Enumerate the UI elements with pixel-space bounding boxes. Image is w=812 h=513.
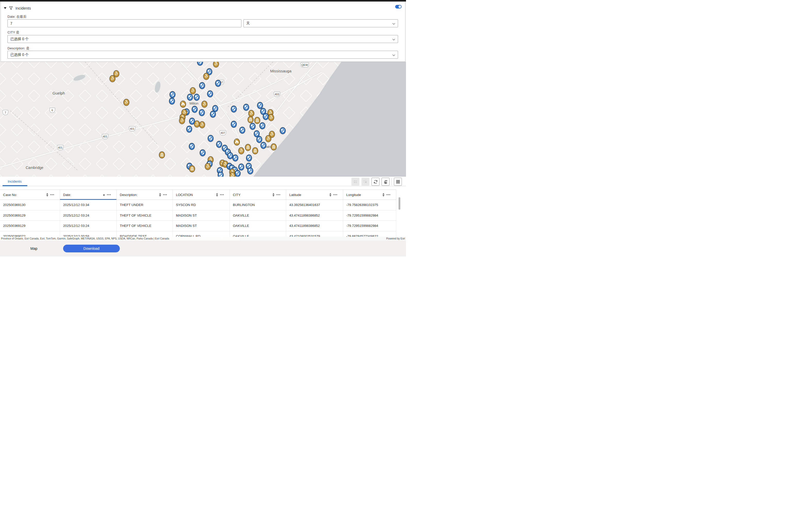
actions-grid-button[interactable] — [394, 178, 402, 186]
filter-panel-header: Incidents — [4, 5, 31, 11]
map-marker-police[interactable] — [207, 135, 214, 142]
table-cell: OAKVILLE — [230, 221, 286, 231]
refresh-button[interactable] — [372, 178, 379, 186]
table-cell: -79.72951599882984 — [343, 221, 396, 231]
sort-icon — [216, 193, 218, 197]
column-menu-icon[interactable] — [163, 194, 167, 195]
sort-icon — [329, 193, 331, 197]
map-marker-police[interactable] — [199, 82, 205, 89]
map-marker-theft[interactable] — [213, 62, 219, 68]
download-button[interactable]: Download — [63, 245, 120, 252]
map-marker-bank[interactable] — [245, 144, 251, 151]
table-scrollbar-thumb[interactable] — [399, 197, 400, 210]
column-header-city[interactable]: CITY — [230, 190, 286, 200]
map-marker-police[interactable] — [250, 123, 256, 130]
tab-incidents[interactable]: Incidents — [8, 180, 22, 183]
map-marker-police[interactable] — [197, 62, 203, 66]
date-value-input[interactable] — [7, 19, 241, 27]
map-marker-theft[interactable] — [205, 163, 211, 170]
map-marker-police[interactable] — [187, 93, 193, 101]
map-marker-police[interactable] — [199, 109, 205, 116]
map-marker-police[interactable] — [247, 167, 254, 175]
deselect-icon — [363, 180, 368, 184]
map-marker-police[interactable] — [186, 125, 193, 133]
show-visible-fields-button[interactable] — [381, 178, 389, 186]
table-cell: 43.47411898386852 — [286, 210, 343, 221]
map-marker-theft[interactable] — [238, 147, 244, 154]
map-marker-police[interactable] — [169, 97, 175, 105]
map-marker-bank[interactable] — [189, 165, 195, 173]
map-marker-police[interactable] — [260, 142, 267, 149]
map-marker-bank[interactable] — [270, 143, 277, 151]
column-menu-icon[interactable] — [277, 194, 280, 195]
description-select[interactable]: 已选择 0 个 — [7, 51, 398, 59]
column-header-date[interactable]: Date: — [60, 190, 117, 200]
city-label: Cambridge — [26, 165, 43, 170]
table-row[interactable]: 2025003691302025/12/12 03:34THEFT UNDERS… — [0, 200, 396, 210]
date-unit-select[interactable]: 天 — [243, 19, 398, 27]
table-cell: 43.39258136401637 — [286, 200, 343, 210]
map-marker-police[interactable] — [192, 105, 198, 113]
column-menu-icon[interactable] — [220, 194, 224, 195]
column-header-latitude[interactable]: Latitude — [286, 190, 343, 200]
map-marker-house[interactable] — [234, 138, 240, 146]
map-marker-theft[interactable] — [179, 117, 185, 124]
map-marker-bank[interactable] — [159, 151, 165, 159]
table-row[interactable]: 2025003690722025/12/12 00:58ROADSIDE TES… — [0, 231, 396, 237]
road-shield: 401 — [57, 145, 64, 150]
column-header-caseno[interactable]: Case No: — [0, 190, 60, 200]
column-menu-icon[interactable] — [334, 194, 337, 195]
column-label: Case No: — [3, 193, 17, 197]
column-header-location[interactable]: LOCATION — [173, 190, 230, 200]
map-marker-police[interactable] — [231, 105, 237, 113]
map-marker-police[interactable] — [215, 80, 221, 87]
column-label: Description: — [120, 193, 138, 197]
column-menu-icon[interactable] — [386, 194, 390, 195]
map-marker-theft[interactable] — [199, 121, 205, 128]
map-marker-police[interactable] — [207, 90, 213, 98]
map-marker-police[interactable] — [199, 149, 206, 157]
map-marker-police[interactable] — [232, 154, 238, 162]
sort-icon — [46, 193, 49, 197]
map-marker-theft[interactable] — [203, 72, 209, 80]
map-marker-theft[interactable] — [201, 100, 208, 108]
table-toolbar — [351, 178, 402, 186]
map-marker-bank[interactable] — [252, 147, 258, 154]
map-marker-police[interactable] — [188, 143, 195, 150]
table-row[interactable]: 2025003691292025/12/12 03:24THEFT OF VEH… — [0, 210, 396, 221]
map-marker-police[interactable] — [231, 121, 237, 128]
map-marker-police[interactable] — [259, 122, 266, 129]
map-marker-police[interactable] — [280, 127, 286, 134]
funnel-icon — [9, 6, 13, 10]
map-marker-theft[interactable] — [265, 135, 271, 143]
attribution-text: Province of Ontario, Esri Canada, Esri, … — [1, 237, 169, 240]
column-header-longitude[interactable]: Longitude — [343, 190, 396, 200]
map-marker-theft[interactable] — [123, 99, 129, 106]
road-shield: 403 — [273, 92, 280, 97]
road-shield: 6 — [50, 108, 55, 113]
table-row[interactable]: 2025003691292025/12/12 03:24THEFT OF VEH… — [0, 221, 396, 231]
filter-panel: Incidents Date: 在最后 天 CITY 是 已选择 0 个 Des… — [1, 2, 405, 62]
map-marker-police[interactable] — [239, 126, 245, 134]
map-marker-theft[interactable] — [109, 75, 116, 82]
bottom-bar: Map Download — [0, 241, 406, 256]
map-marker-police[interactable] — [194, 93, 200, 101]
map-marker-theft[interactable] — [268, 114, 274, 121]
table-cell: 2025/12/12 03:34 — [60, 200, 117, 210]
filter-enable-toggle[interactable] — [395, 5, 402, 8]
collapse-caret-icon[interactable] — [4, 7, 6, 9]
city-label: Milton — [190, 101, 199, 105]
map-marker-house[interactable] — [180, 100, 186, 108]
sort-icon — [272, 193, 274, 197]
toggle-knob — [399, 5, 401, 8]
sort-icon — [382, 193, 385, 197]
column-menu-icon[interactable] — [107, 194, 111, 195]
column-header-description[interactable]: Description: — [117, 190, 173, 200]
map-marker-police[interactable] — [210, 111, 216, 118]
column-label: Date: — [63, 193, 71, 197]
city-select[interactable]: 已选择 0 个 — [7, 35, 398, 43]
table-tabbar: Incidents — [0, 177, 406, 186]
map-marker-police[interactable] — [246, 154, 252, 162]
column-menu-icon[interactable] — [50, 194, 54, 195]
map-marker-bank[interactable] — [247, 116, 254, 123]
